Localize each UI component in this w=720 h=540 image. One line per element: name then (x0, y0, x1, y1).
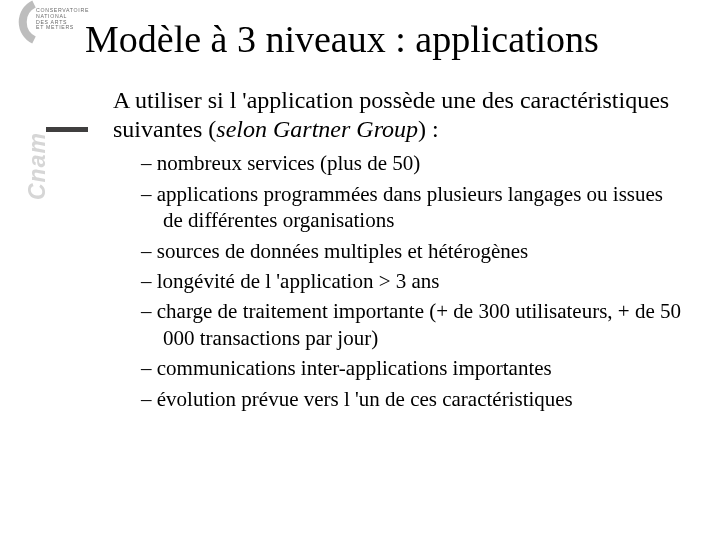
list-item: nombreux services (plus de 50) (141, 150, 686, 176)
slide: CONSERVATOIRE NATIONAL DES ARTS ET METIE… (0, 0, 720, 540)
list-item: évolution prévue vers l 'un de ces carac… (141, 386, 686, 412)
slide-title: Modèle à 3 niveaux : applications (85, 18, 695, 62)
list-item: communications inter-applications import… (141, 355, 686, 381)
list-item: sources de données multiples et hétérogè… (141, 238, 686, 264)
list-item: applications programmées dans plusieurs … (141, 181, 686, 234)
list-item: longévité de l 'application > 3 ans (141, 268, 686, 294)
brand-wordmark: Cnam (24, 30, 51, 200)
list-item: charge de traitement importante (+ de 30… (141, 298, 686, 351)
sidebar: CONSERVATOIRE NATIONAL DES ARTS ET METIE… (0, 0, 44, 540)
intro-suffix: ) : (418, 116, 439, 142)
bullet-list: nombreux services (plus de 50) applicati… (141, 150, 686, 412)
intro-text: A utiliser si l 'application possède une… (113, 86, 673, 145)
divider (46, 127, 88, 132)
intro-italic: selon Gartner Group (216, 116, 418, 142)
content: Modèle à 3 niveaux : applications A util… (85, 18, 695, 416)
